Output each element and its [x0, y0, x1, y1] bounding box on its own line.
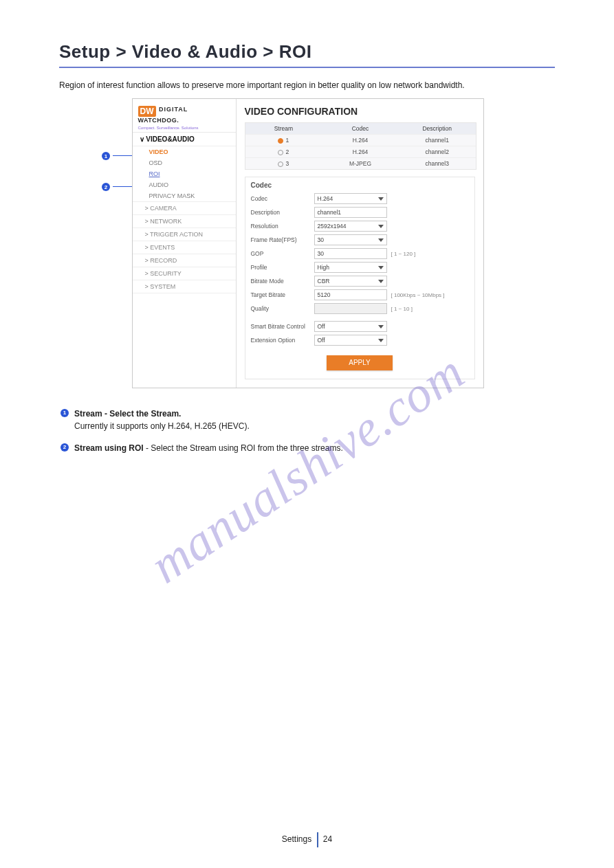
- value-codec: H.264: [318, 195, 333, 202]
- label-framerate: Frame Rate(FPS): [251, 236, 314, 243]
- value-target: 5120: [318, 291, 331, 298]
- hint-quality: [ 1 ~ 10 ]: [391, 306, 413, 312]
- cell-desc-1: channel1: [399, 135, 476, 146]
- title-rule: [59, 67, 555, 68]
- footer-sep-icon: [317, 832, 318, 847]
- apply-button[interactable]: APPLY: [327, 355, 393, 370]
- col-codec: Codec: [322, 123, 399, 134]
- label-profile: Profile: [251, 264, 314, 271]
- cell-codec-3: M-JPEG: [322, 158, 399, 169]
- label-bitmode: Bitrate Mode: [251, 278, 314, 285]
- label-resolution: Resolution: [251, 223, 314, 230]
- label-description: Description: [251, 209, 314, 216]
- bullet-dot-1: 1: [61, 409, 69, 417]
- stream-row-2[interactable]: 2 H.264 channel2: [245, 146, 476, 157]
- chevron-down-icon: [378, 238, 384, 242]
- logo-line1: DIGITAL: [159, 106, 188, 113]
- select-bitmode[interactable]: CBR: [314, 276, 387, 287]
- body-bullets: 1 Stream - Select the Stream. Currently …: [59, 408, 555, 454]
- row-framerate: Frame Rate(FPS) 30: [251, 234, 469, 245]
- cell-desc-3: channel3: [399, 158, 476, 169]
- page: Setup > Video & Audio > ROI Region of in…: [0, 0, 614, 868]
- streams-header: Stream Codec Description: [245, 123, 476, 134]
- chevron-down-icon: [378, 325, 384, 329]
- value-ext: Off: [318, 337, 325, 344]
- cell-stream-2: 2: [285, 148, 289, 155]
- chevron-down-icon: [378, 197, 384, 201]
- row-target: Target Bitrate 5120 [ 100Kbps ~ 10Mbps ]: [251, 289, 469, 300]
- logo-line2: WATCHDOG.: [138, 117, 179, 124]
- side-video-audio[interactable]: ∨ VIDEO&AUDIO: [133, 133, 236, 146]
- side-events[interactable]: > EVENTS: [133, 241, 236, 254]
- cell-stream-3: 3: [285, 160, 289, 167]
- cell-codec-1: H.264: [322, 135, 399, 146]
- select-profile[interactable]: High: [314, 262, 387, 273]
- label-ext: Extension Option: [251, 337, 314, 344]
- side-record[interactable]: > RECORD: [133, 254, 236, 267]
- side-roi[interactable]: ROI: [133, 168, 236, 179]
- label-quality: Quality: [251, 305, 314, 312]
- bullet-2-rest: - Select the Stream using ROI from the t…: [144, 443, 343, 453]
- bullet-dot-2: 2: [61, 443, 69, 452]
- row-resolution: Resolution 2592x1944: [251, 221, 469, 232]
- side-privacy-mask[interactable]: PRIVACY MASK: [133, 190, 236, 202]
- cell-desc-2: channel2: [399, 146, 476, 157]
- bullet-1: 1 Stream - Select the Stream. Currently …: [59, 408, 555, 432]
- screenshot-main: VIDEO CONFIGURATION Stream Codec Descrip…: [237, 99, 483, 388]
- side-security[interactable]: > SECURITY: [133, 267, 236, 280]
- bullet-1-note: Currently it supports only H.264, H.265 …: [74, 421, 250, 431]
- bullet-2-strong: Stream using ROI: [74, 443, 144, 453]
- screenshot: DW DIGITAL WATCHDOG. Compact. Surveillan…: [132, 98, 484, 388]
- select-codec[interactable]: H.264: [314, 193, 387, 204]
- side-osd[interactable]: OSD: [133, 157, 236, 168]
- row-codec: Codec H.264: [251, 193, 469, 204]
- radio-icon: [278, 150, 283, 155]
- value-resolution: 2592x1944: [318, 223, 347, 230]
- row-profile: Profile High: [251, 262, 469, 273]
- input-gop[interactable]: 30: [314, 248, 387, 259]
- callout-dot-2: 2: [102, 183, 110, 191]
- side-trigger-action[interactable]: > TRIGGER ACTION: [133, 228, 236, 241]
- side-network[interactable]: > NETWORK: [133, 215, 236, 228]
- chevron-down-icon: [378, 266, 384, 269]
- col-description: Description: [399, 123, 476, 134]
- footer: Settings 24: [0, 832, 614, 847]
- label-gop: GOP: [251, 250, 314, 257]
- select-resolution[interactable]: 2592x1944: [314, 221, 387, 232]
- value-gop: 30: [318, 250, 324, 257]
- bullet-1-strong: Stream - Select the Stream.: [74, 409, 181, 419]
- footer-left: Settings: [282, 834, 311, 844]
- value-profile: High: [318, 264, 329, 271]
- value-description: channel1: [318, 209, 342, 216]
- logo-tagline: Compact. Surveillance. Solutions: [138, 126, 199, 130]
- label-codec: Codec: [251, 195, 314, 202]
- cell-stream-1: 1: [285, 137, 289, 144]
- chevron-down-icon: [378, 339, 384, 342]
- streams-table: Stream Codec Description 1 H.264 channel…: [245, 122, 476, 170]
- side-audio[interactable]: AUDIO: [133, 179, 236, 190]
- col-stream: Stream: [245, 123, 322, 134]
- chevron-down-icon: [378, 225, 384, 228]
- input-description[interactable]: channel1: [314, 207, 387, 218]
- page-title: Setup > Video & Audio > ROI: [59, 41, 555, 63]
- row-smart: Smart Bitrate Control Off: [251, 321, 469, 332]
- stream-row-3[interactable]: 3 M-JPEG channel3: [245, 157, 476, 169]
- select-framerate[interactable]: 30: [314, 234, 387, 245]
- cell-codec-2: H.264: [322, 146, 399, 157]
- side-system[interactable]: > SYSTEM: [133, 280, 236, 293]
- input-target[interactable]: 5120: [314, 289, 387, 300]
- row-quality: Quality [ 1 ~ 10 ]: [251, 303, 469, 314]
- screenshot-wrap: DW DIGITAL WATCHDOG. Compact. Surveillan…: [132, 98, 483, 388]
- row-bitmode: Bitrate Mode CBR: [251, 276, 469, 287]
- stream-row-1[interactable]: 1 H.264 channel1: [245, 134, 476, 146]
- hint-target: [ 100Kbps ~ 10Mbps ]: [391, 292, 445, 298]
- side-camera[interactable]: > CAMERA: [133, 202, 236, 215]
- radio-icon: [278, 162, 283, 167]
- select-smart[interactable]: Off: [314, 321, 387, 332]
- side-video[interactable]: VIDEO: [133, 146, 236, 157]
- select-ext[interactable]: Off: [314, 335, 387, 346]
- codec-box: Codec Codec H.264 Description channel1 R…: [245, 177, 475, 379]
- value-smart: Off: [318, 323, 325, 330]
- bullet-text-2: Stream using ROI - Select the Stream usi…: [74, 442, 555, 454]
- intro-text: Region of interest function allows to pr…: [59, 80, 555, 90]
